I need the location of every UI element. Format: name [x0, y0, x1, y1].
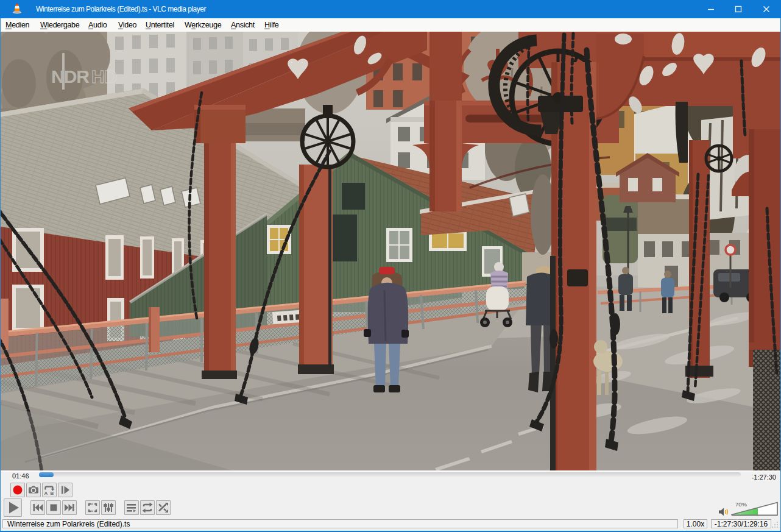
svg-text:NDR: NDR	[51, 66, 90, 87]
svg-text:A: A	[44, 491, 48, 496]
svg-text:HD: HD	[91, 66, 117, 87]
svg-text:B: B	[51, 491, 54, 496]
